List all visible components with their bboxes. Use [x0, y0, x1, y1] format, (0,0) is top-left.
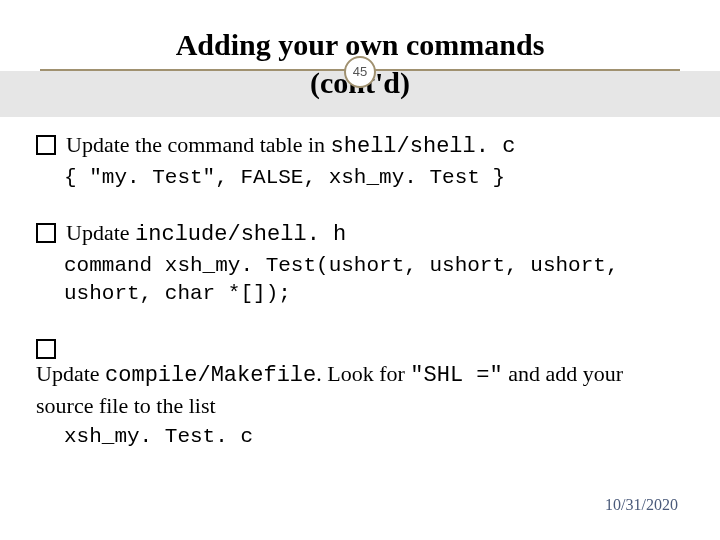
square-bullet-icon — [36, 135, 56, 155]
bullet-item: Update compile/Makefile. Look for "SHL =… — [36, 334, 680, 451]
bullet-item: Update include/shell. h command xsh_my. … — [36, 218, 680, 308]
bullet-lead: Update include/shell. h — [36, 218, 680, 250]
text-run: Update — [66, 220, 135, 245]
square-bullet-icon — [36, 223, 56, 243]
slide-body: Update the command table in shell/shell.… — [36, 130, 680, 477]
bullet-text: Update the command table in shell/shell.… — [66, 130, 680, 162]
code-run: shell/shell. c — [331, 134, 516, 159]
square-bullet-icon — [36, 339, 56, 359]
bullet-lead: Update the command table in shell/shell.… — [36, 130, 680, 162]
slide: Adding your own commands (cont'd) 45 Upd… — [0, 0, 720, 540]
page-number-badge: 45 — [344, 56, 376, 88]
bullet-text: Update include/shell. h — [66, 218, 680, 250]
text-run: . Look for — [316, 361, 410, 386]
code-block: { "my. Test", FALSE, xsh_my. Test } — [64, 164, 680, 192]
code-run: "SHL =" — [410, 363, 502, 388]
code-run: include/shell. h — [135, 222, 346, 247]
slide-title: Adding your own commands (cont'd) 45 — [0, 0, 720, 101]
footer-date: 10/31/2020 — [605, 496, 678, 514]
bullet-lead: Update compile/Makefile. Look for "SHL =… — [36, 334, 680, 420]
bullet-text: Update compile/Makefile. Look for "SHL =… — [36, 359, 680, 420]
text-run: Update the command table in — [66, 132, 331, 157]
code-run: compile/Makefile — [105, 363, 316, 388]
text-run: Update — [36, 361, 105, 386]
bullet-item: Update the command table in shell/shell.… — [36, 130, 680, 192]
code-block: xsh_my. Test. c — [64, 423, 680, 451]
code-block: command xsh_my. Test(ushort, ushort, ush… — [64, 252, 680, 309]
